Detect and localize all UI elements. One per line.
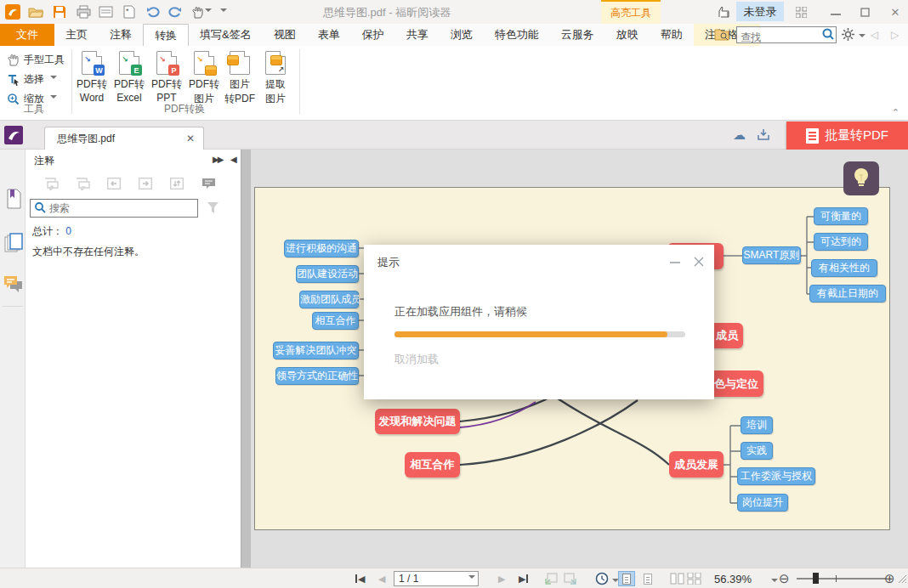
save-to-tray-icon[interactable] xyxy=(757,127,770,144)
dialog-minimize-icon[interactable] xyxy=(667,255,684,269)
mindmap-node[interactable]: 相互合作 xyxy=(405,452,460,478)
sort-comments-icon[interactable] xyxy=(168,175,185,192)
page-number-box[interactable]: 1 / 1 xyxy=(394,571,479,586)
tab-convert[interactable]: 转换 xyxy=(143,24,189,46)
collapse-panel-icon[interactable]: ◀ xyxy=(230,155,237,164)
batch-convert-pdf-button[interactable]: 批量转PDF xyxy=(786,122,908,150)
tab-help[interactable]: 帮助 xyxy=(650,24,694,46)
previous-page-icon[interactable]: ◀ xyxy=(378,571,385,586)
dialog-close-icon[interactable] xyxy=(690,255,707,269)
mindmap-node[interactable]: 进行积极的沟通 xyxy=(284,240,359,257)
hand-gesture-icon[interactable] xyxy=(716,3,731,19)
tab-protect[interactable]: 保护 xyxy=(351,24,395,46)
undo-icon[interactable] xyxy=(145,4,161,20)
cloud-icon[interactable]: ☁ xyxy=(733,127,746,143)
first-page-icon[interactable]: ◀ xyxy=(355,571,365,586)
show-comments-icon[interactable] xyxy=(200,175,217,192)
add-comment-icon[interactable] xyxy=(43,175,60,192)
continuous-facing-view-icon[interactable] xyxy=(685,571,702,586)
file-menu-button[interactable]: 文件 xyxy=(0,24,54,46)
bookmarks-panel-icon[interactable] xyxy=(3,189,23,209)
comments-search-input[interactable] xyxy=(48,201,197,215)
expand-panel-icon[interactable]: ▶▶ xyxy=(213,155,222,164)
mindmap-node[interactable]: 工作委派与授权 xyxy=(737,467,815,485)
find-settings-caret-icon[interactable] xyxy=(859,34,865,41)
open-file-icon[interactable] xyxy=(28,4,43,20)
continuous-view-icon[interactable] xyxy=(639,571,656,586)
document-tab[interactable]: 思维导图.pdf ✕ xyxy=(44,127,204,150)
hand-tool-quick-icon[interactable] xyxy=(190,4,213,20)
remove-comment-icon[interactable] xyxy=(74,175,91,192)
panel-splitter[interactable] xyxy=(241,150,251,568)
find-input[interactable] xyxy=(737,30,819,45)
minimize-button[interactable] xyxy=(826,5,845,19)
mindmap-node[interactable]: 发现和解决问题 xyxy=(375,409,460,434)
previous-comment-icon[interactable] xyxy=(105,175,122,192)
next-view-icon[interactable] xyxy=(564,571,576,586)
image-to-pdf-button[interactable]: 图片 转PDF xyxy=(221,49,258,112)
zoom-slider-track[interactable] xyxy=(797,578,887,580)
comments-panel-icon[interactable] xyxy=(3,274,23,294)
login-button[interactable]: 未登录 xyxy=(736,2,784,21)
find-magnifier-icon[interactable] xyxy=(821,31,835,43)
reading-mode-clock-icon[interactable] xyxy=(595,571,609,586)
tab-cloud[interactable]: 云服务 xyxy=(550,24,605,46)
close-button[interactable]: ✕ xyxy=(886,5,905,19)
tab-features[interactable]: 特色功能 xyxy=(484,24,550,46)
mindmap-node[interactable]: 培训 xyxy=(741,416,773,434)
mindmap-node[interactable]: 成员发展 xyxy=(669,451,724,478)
email-icon[interactable] xyxy=(98,4,113,20)
tab-present[interactable]: 放映 xyxy=(605,24,650,46)
tab-share[interactable]: 共享 xyxy=(395,24,440,46)
redo-icon[interactable] xyxy=(167,4,183,20)
next-page-icon[interactable]: ▶ xyxy=(498,571,505,586)
select-tool-button[interactable]: 选择 xyxy=(7,71,57,88)
maximize-button[interactable] xyxy=(855,5,874,19)
foxit-reader-icon[interactable] xyxy=(4,126,23,147)
tab-comment[interactable]: 注释 xyxy=(99,24,143,46)
extract-image-button[interactable]: ↗ 提取 图片 xyxy=(257,49,294,112)
save-icon[interactable] xyxy=(52,4,67,20)
tab-close-icon[interactable]: ✕ xyxy=(186,133,195,144)
mindmap-node[interactable]: 岗位提升 xyxy=(737,494,788,512)
mindmap-node[interactable]: 有相关性的 xyxy=(811,259,877,277)
zoom-in-icon[interactable]: ⊕ xyxy=(884,571,895,586)
mindmap-node[interactable]: 实践 xyxy=(741,442,773,460)
collapse-ribbon-icon[interactable]: ⌃ xyxy=(892,107,899,118)
lightbulb-icon[interactable] xyxy=(843,161,879,195)
next-comment-icon[interactable] xyxy=(137,175,154,192)
pdf-to-excel-button[interactable]: ↘E PDF转 Excel xyxy=(111,49,148,112)
hand-tool-button[interactable]: 手型工具 xyxy=(7,51,65,68)
mindmap-node[interactable]: 相互合作 xyxy=(312,312,359,330)
mindmap-node[interactable]: 领导方式的正确性 xyxy=(275,367,359,385)
tab-fill-sign[interactable]: 填写&签名 xyxy=(189,24,263,46)
zoom-caret-icon[interactable] xyxy=(771,579,778,585)
zoom-slider-handle[interactable] xyxy=(813,573,819,584)
zoom-level[interactable]: 56.39% xyxy=(714,571,752,586)
pages-panel-icon[interactable] xyxy=(3,233,23,253)
create-pdf-icon[interactable]: * xyxy=(122,4,137,20)
pdf-to-word-button[interactable]: ↘W PDF转 Word xyxy=(73,49,111,112)
filter-funnel-icon[interactable] xyxy=(207,202,218,216)
ui-layout-icon[interactable] xyxy=(792,5,810,19)
mindmap-node[interactable]: 可衡量的 xyxy=(814,207,868,225)
mindmap-node[interactable]: SMART原则 xyxy=(742,246,801,264)
previous-view-icon[interactable] xyxy=(545,571,558,586)
zoom-out-icon[interactable]: ⊖ xyxy=(779,571,790,586)
find-previous-icon[interactable]: ◁ xyxy=(871,29,878,41)
mindmap-node[interactable]: 妥善解决团队冲突 xyxy=(273,342,359,359)
mindmap-node[interactable]: 激励团队成员 xyxy=(299,291,359,308)
print-icon[interactable] xyxy=(76,4,91,20)
tab-view[interactable]: 视图 xyxy=(263,24,307,46)
resize-grip[interactable] xyxy=(898,571,907,586)
tab-browse[interactable]: 浏览 xyxy=(440,24,484,46)
find-next-icon[interactable]: ▷ xyxy=(891,29,899,41)
search-folder-icon[interactable] xyxy=(714,28,729,43)
find-settings-gear-icon[interactable] xyxy=(842,28,854,43)
mindmap-node[interactable]: 有截止日期的 xyxy=(809,285,886,302)
tab-home[interactable]: 主页 xyxy=(54,24,99,46)
facing-view-icon[interactable] xyxy=(668,571,685,586)
customize-quick-access-icon[interactable] xyxy=(217,4,229,20)
tab-form[interactable]: 表单 xyxy=(307,24,351,46)
mindmap-node[interactable]: 可达到的 xyxy=(814,233,868,251)
